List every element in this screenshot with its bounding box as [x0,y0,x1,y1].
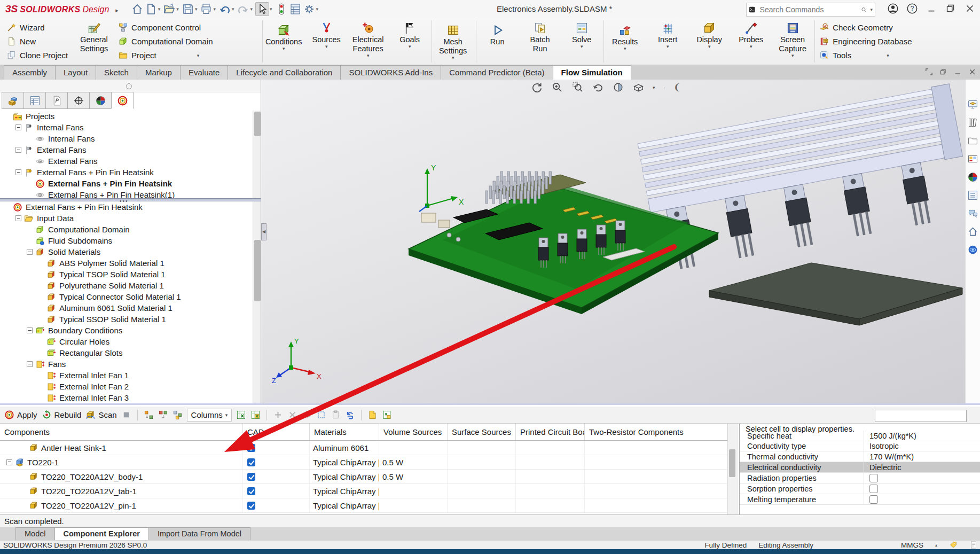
tree-item[interactable]: Fluid Subdomains [0,235,253,246]
add-icon[interactable] [273,410,283,420]
property-row[interactable]: Radiation properties [740,473,980,483]
ribbon-button[interactable]: Engineering Database ▾ [817,35,952,48]
options-gear-icon[interactable] [303,3,316,15]
table-scrollbar[interactable] [727,424,738,516]
ribbon-button[interactable]: Tools ▾ [817,49,952,62]
3dexperience-icon[interactable] [967,244,978,255]
two-resistor-cell[interactable] [585,484,727,498]
command-tab[interactable]: Sketch [96,65,137,80]
volume-source-cell[interactable] [379,441,448,455]
collapse-all-icon[interactable] [158,410,168,420]
cad-checkbox[interactable] [247,487,255,495]
property-checkbox[interactable] [869,485,878,493]
tree-item[interactable]: Typical Connector Solid Material 1 [0,291,253,302]
file-explorer-icon[interactable] [967,135,978,146]
tree-expander[interactable] [15,124,21,130]
ribbon-button[interactable]: Check Geometry ▾ [817,21,952,34]
flyout-caret-icon[interactable]: ▾ [887,53,889,58]
flyout-caret-icon[interactable]: ▾ [409,44,411,49]
panel-tab[interactable] [45,92,68,109]
export-excel-icon[interactable] [236,410,246,420]
col-volume-sources[interactable]: Volume Sources [379,424,448,440]
material-cell[interactable]: Typical ChipArray [D [310,498,379,512]
flyout-caret-icon[interactable]: ▾ [325,44,328,49]
tree-item[interactable]: External Inlet Fan 1 [0,370,253,381]
columns-dropdown[interactable]: Columns▾ [187,409,232,422]
design-library-icon[interactable] [967,117,978,128]
tree-item[interactable]: Internal Fans [0,122,253,133]
tree-item[interactable]: Fans [0,358,253,370]
select-cursor-icon[interactable] [255,2,269,16]
flyout-caret-icon[interactable]: ▾ [197,53,200,58]
print-icon[interactable] [200,3,213,15]
material-cell[interactable]: Typical ChipArray [D [310,484,379,498]
tree-item[interactable]: Typical SSOP Solid Material 1 [0,314,253,325]
appearances-icon[interactable] [967,171,978,183]
sw-resources-icon[interactable] [967,99,978,110]
save-icon[interactable] [182,3,194,15]
units-selector[interactable]: MMGS [901,541,923,549]
ribbon-button[interactable]: Electrical Features ▾ [347,18,389,65]
row-expander[interactable] [6,459,12,465]
tree-item[interactable]: Circular Holes [0,336,253,347]
custom-properties-icon[interactable] [967,190,978,201]
command-tab[interactable]: Layout [55,65,96,80]
ribbon-button[interactable]: Goals ▾ [389,18,430,65]
status-light-icon[interactable] [275,3,288,15]
command-tab[interactable]: Markup [137,65,181,80]
tag-icon[interactable] [949,541,958,549]
surface-source-cell[interactable] [448,441,516,455]
ribbon-button[interactable]: Results ▾ [603,20,646,63]
pcb-cell[interactable] [516,498,585,512]
logo-flyout-icon[interactable]: ▸ [115,7,119,14]
template-icon[interactable] [367,410,378,420]
two-resistor-cell[interactable] [585,441,727,455]
property-checkbox[interactable] [869,474,878,482]
view-orientation-icon[interactable] [632,81,645,93]
tree-expander[interactable] [27,327,33,333]
two-resistor-cell[interactable] [585,470,727,483]
volume-source-cell[interactable]: 0.5 W [379,470,448,483]
search-commands-box[interactable]: ▾ [746,3,875,17]
ribbon-button[interactable]: Computational Domain ▾ [116,35,258,48]
general-settings-button[interactable]: General Settings [73,18,115,65]
note-icon[interactable] [969,541,978,549]
cell-edit-box[interactable] [875,410,967,422]
ribbon-button[interactable]: Probes ▾ [730,18,772,65]
expand-viewport-icon[interactable] [924,67,934,76]
pcb-cell[interactable] [516,441,585,455]
cad-checkbox[interactable] [247,502,255,510]
tree-item[interactable]: Projects [0,111,253,122]
search-icon[interactable] [861,5,867,14]
expand-all-icon[interactable] [144,410,154,420]
window-restore-icon[interactable] [945,3,957,14]
window-close-icon[interactable] [964,3,976,14]
ribbon-button[interactable]: Conditions ▾ [262,20,304,63]
command-tab[interactable]: Lifecycle and Collaboration [228,65,341,80]
two-resistor-cell[interactable] [585,455,727,469]
copy-icon[interactable] [302,410,312,420]
material-cell[interactable]: Typical ChipArray [D [310,455,379,469]
command-tab[interactable]: SOLIDWORKS Add-Ins [340,65,441,80]
tree-expander[interactable] [15,147,21,153]
tree-item[interactable]: Boundary Conditions [0,325,253,336]
rotate-view-icon[interactable] [531,81,543,93]
tree-expander[interactable] [15,215,21,221]
tree-scrollbar[interactable] [253,111,261,198]
table-row[interactable]: TO220-1 Typical ChipArray [D 0.5 W [0,455,727,470]
volume-source-cell[interactable]: 0.5 W [379,455,448,469]
tree-item[interactable]: Input Data [0,213,253,224]
panel-collapse-handle[interactable]: ◀ [261,223,266,240]
col-components[interactable]: Components [0,424,243,440]
tree-expander[interactable] [15,169,21,175]
table-row[interactable]: Antler Heat Sink-1 Aluminum 6061 [0,441,727,455]
ribbon-button[interactable]: Run ▾ [476,20,518,63]
search-caret-icon[interactable]: ▾ [870,7,873,12]
tree-expander[interactable] [27,249,33,255]
tree-item[interactable]: External Fans + Pin Fin Heatsink [0,178,253,189]
ribbon-button[interactable]: Screen Capture ▾ [772,18,813,65]
graphics-viewport[interactable]: Y X Y X Z ▾ · ❨ ◀ [261,80,965,403]
col-pcb[interactable]: Printed Circuit Boards [516,424,585,440]
command-tab[interactable]: Command Predictor (Beta) [441,65,553,80]
ribbon-button[interactable]: Clone Project [4,49,70,62]
